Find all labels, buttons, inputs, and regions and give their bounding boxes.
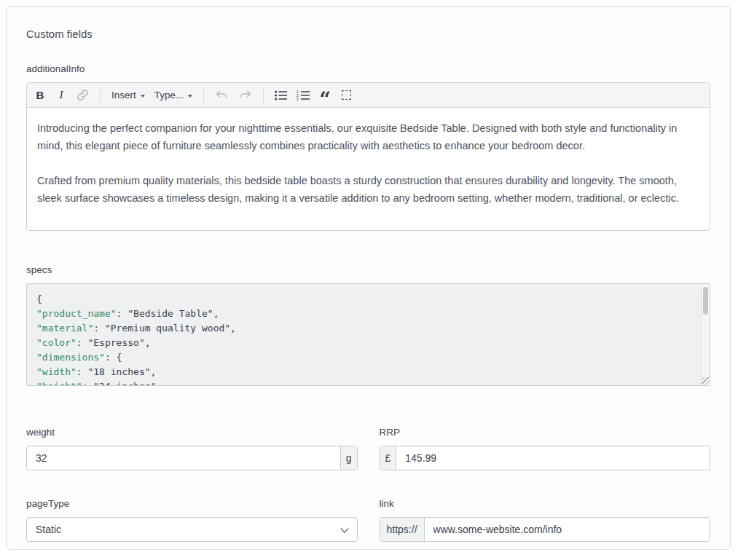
- link-button[interactable]: [76, 87, 89, 104]
- rte-toolbar: B I Insert Type...: [27, 83, 710, 108]
- specs-field: specs { "product_name": "Bedside Table",…: [26, 264, 710, 386]
- link-field: link https://: [380, 498, 711, 542]
- code-line: "dimensions": {: [36, 350, 692, 365]
- code-line: {: [36, 292, 692, 307]
- section-title: Custom fields: [26, 28, 710, 40]
- toolbar-divider: [100, 88, 101, 103]
- resize-handle-icon[interactable]: [702, 377, 709, 384]
- caret-down-icon: [141, 95, 145, 98]
- bullet-list-icon: [275, 90, 287, 100]
- code-line: "width": "18 inches",: [36, 365, 692, 379]
- weight-input[interactable]: [27, 446, 340, 470]
- link-input-group: https://: [380, 517, 711, 542]
- scrollbar-thumb[interactable]: [703, 287, 708, 315]
- insert-dropdown-label: Insert: [111, 90, 136, 100]
- dashed-box-icon: [342, 90, 351, 100]
- svg-text:3: 3: [297, 98, 299, 100]
- rich-text-paragraph: Crafted from premium quality materials, …: [37, 172, 699, 207]
- weight-field: weight g: [26, 427, 358, 470]
- numbered-list-button[interactable]: 1 2 3: [297, 87, 310, 104]
- blockquote-button[interactable]: “: [319, 87, 331, 104]
- code-line: "color": "Espresso",: [36, 336, 692, 350]
- redo-button[interactable]: [238, 87, 252, 104]
- pagetype-field: pageType Static: [26, 498, 358, 542]
- specs-code-content: { "product_name": "Bedside Table", "mate…: [36, 292, 692, 386]
- undo-icon: [215, 89, 229, 101]
- italic-button[interactable]: I: [55, 87, 67, 104]
- insert-dropdown[interactable]: Insert: [111, 90, 145, 100]
- weight-unit-addon: g: [340, 446, 357, 470]
- dashed-box-button[interactable]: [340, 87, 352, 104]
- redo-icon: [238, 89, 252, 101]
- blockquote-icon: “: [320, 96, 331, 103]
- rrp-input[interactable]: [396, 446, 710, 470]
- specs-label: specs: [26, 264, 710, 275]
- vertical-scrollbar[interactable]: [701, 284, 710, 385]
- caret-down-icon: [188, 95, 192, 98]
- type-dropdown-label: Type...: [154, 90, 184, 100]
- rich-text-paragraph: Introducing the perfect companion for yo…: [37, 119, 699, 154]
- rrp-field: RRP £: [380, 427, 711, 470]
- toolbar-divider: [263, 88, 264, 103]
- link-icon: [76, 89, 89, 101]
- code-line: "product_name": "Bedside Table",: [36, 307, 692, 321]
- rich-text-content[interactable]: Introducing the perfect companion for yo…: [27, 108, 710, 230]
- custom-fields-card: Custom fields additionalInfo B I Insert …: [6, 6, 731, 550]
- specs-code-editor[interactable]: { "product_name": "Bedside Table", "mate…: [26, 283, 710, 386]
- currency-addon: £: [380, 446, 397, 470]
- bullet-list-button[interactable]: [275, 87, 287, 104]
- undo-button[interactable]: [215, 87, 229, 104]
- pagetype-label: pageType: [26, 498, 358, 509]
- link-input[interactable]: [425, 518, 710, 541]
- protocol-addon: https://: [380, 518, 425, 541]
- bold-button[interactable]: B: [34, 87, 46, 104]
- weight-input-group: g: [26, 446, 358, 470]
- link-label: link: [380, 498, 711, 509]
- rrp-input-group: £: [380, 446, 711, 470]
- toolbar-divider: [203, 88, 204, 103]
- code-line: "height": "24 inches",: [36, 379, 692, 386]
- numbered-list-icon: 1 2 3: [297, 90, 310, 100]
- additionalinfo-label: additionalInfo: [26, 63, 710, 74]
- rrp-label: RRP: [380, 427, 711, 438]
- type-dropdown[interactable]: Type...: [154, 90, 193, 100]
- rich-text-editor: B I Insert Type...: [26, 82, 710, 231]
- weight-label: weight: [26, 427, 358, 438]
- pagetype-select[interactable]: Static: [26, 517, 358, 542]
- code-line: "material": "Premium quality wood",: [36, 321, 692, 336]
